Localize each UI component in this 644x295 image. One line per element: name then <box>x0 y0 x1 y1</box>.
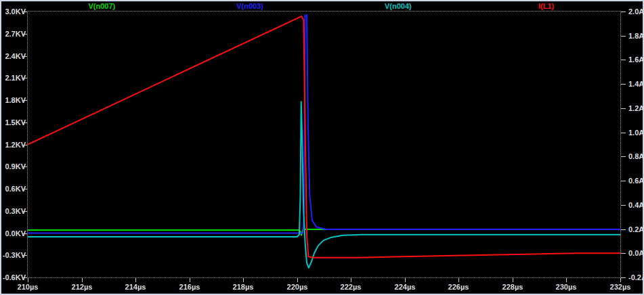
tick-mark <box>621 133 626 133</box>
trace-legend: V(n007)V(n003)V(n004)I(L1) <box>28 2 620 10</box>
x-axis-tick-label: 230µs <box>546 283 586 291</box>
legend-item-vn004[interactable]: V(n004) <box>324 2 473 10</box>
waveform-viewer-window: V(n007)V(n003)V(n004)I(L1) 3.0KV2.7KV2.4… <box>0 0 644 295</box>
y-left-tick-label: -0.3KV <box>0 252 26 259</box>
y-left-tick-label: 2.1KV <box>0 74 26 82</box>
tick-mark <box>621 253 626 254</box>
tick-mark <box>28 278 28 282</box>
tick-mark <box>135 278 136 282</box>
y-left-tick-label: 1.2KV <box>0 141 26 149</box>
y-right-tick-label: 1.6A <box>628 56 644 64</box>
x-axis-tick-label: 212µs <box>62 283 102 291</box>
tick-mark <box>351 278 351 282</box>
y-left-tick-label: 3.0KV <box>0 8 26 16</box>
x-axis-tick-label: 228µs <box>492 283 533 291</box>
trace-il1[interactable] <box>28 16 620 258</box>
y-right-tick-label: 1.0A <box>628 129 644 137</box>
y-right-tick-label: 0.0A <box>628 250 644 257</box>
trace-vn004[interactable] <box>28 101 620 268</box>
tick-mark <box>621 36 626 37</box>
y-left-tick-label: 0.9KV <box>0 163 26 171</box>
tick-mark <box>621 84 626 85</box>
y-right-tick-label: 1.8A <box>628 32 644 40</box>
legend-item-vn007[interactable]: V(n007) <box>28 2 176 10</box>
tick-mark <box>621 229 626 230</box>
y-left-tick-label: 0.0KV <box>0 230 26 237</box>
y-left-tick-label: 0.6KV <box>0 185 26 193</box>
y-left-tick-label: 1.8KV <box>0 97 26 104</box>
tick-mark <box>243 278 244 282</box>
y-right-tick-label: 1.2A <box>628 105 644 112</box>
waveform-traces[interactable] <box>28 12 620 277</box>
y-right-tick-label: -0.2A <box>628 274 644 281</box>
tick-mark <box>513 278 513 282</box>
y-right-tick-label: 1.4A <box>628 81 644 88</box>
x-axis-tick-label: 214µs <box>115 283 156 291</box>
legend-item-vn003[interactable]: V(n003) <box>176 2 324 10</box>
tick-mark <box>297 278 298 282</box>
x-axis-tick-label: 220µs <box>277 283 318 291</box>
y-right-tick-label: 0.6A <box>628 177 644 185</box>
y-left-tick-label: -0.6KV <box>0 274 26 281</box>
tick-mark <box>621 108 626 109</box>
trace-vn003[interactable] <box>28 16 620 233</box>
y-left-tick-label: 2.7KV <box>0 30 26 38</box>
tick-mark <box>566 278 567 282</box>
x-axis-tick-label: 218µs <box>223 283 263 291</box>
tick-mark <box>621 156 626 157</box>
tick-mark <box>405 278 406 282</box>
tick-mark <box>82 278 83 282</box>
x-axis-tick-label: 222µs <box>330 283 371 291</box>
tick-mark <box>621 60 626 60</box>
tick-mark <box>621 277 626 278</box>
y-left-tick-label: 1.5KV <box>0 119 26 127</box>
tick-mark <box>190 278 190 282</box>
x-axis-tick-label: 216µs <box>169 283 210 291</box>
tick-mark <box>458 278 459 282</box>
y-left-tick-label: 0.3KV <box>0 208 26 215</box>
tick-mark <box>620 278 621 282</box>
x-axis-tick-label: 226µs <box>438 283 479 291</box>
legend-item-il1[interactable]: I(L1) <box>472 2 620 10</box>
y-right-tick-label: 2.0A <box>628 8 644 16</box>
y-right-tick-label: 0.4A <box>628 202 644 209</box>
y-right-tick-label: 0.8A <box>628 153 644 160</box>
y-right-tick-label: 0.2A <box>628 226 644 233</box>
y-left-tick-label: 2.4KV <box>0 53 26 60</box>
x-axis-tick-label: 210µs <box>7 283 48 291</box>
x-axis-tick-label: 232µs <box>600 283 641 291</box>
tick-mark <box>621 181 626 181</box>
x-axis-tick-label: 224µs <box>385 283 425 291</box>
tick-mark <box>621 12 626 12</box>
tick-mark <box>621 205 626 206</box>
